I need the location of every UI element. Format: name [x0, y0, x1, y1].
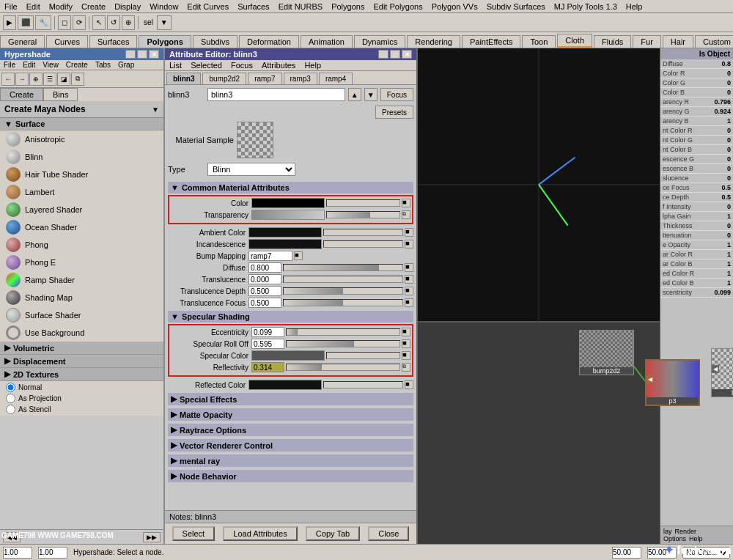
- raytrace-header[interactable]: ▶ Raytrace Options: [168, 424, 413, 436]
- hs-tab-bins[interactable]: Bins: [43, 88, 78, 101]
- node-surface-shader[interactable]: Surface Shader: [0, 306, 163, 324]
- attr-menu-focus[interactable]: Focus: [226, 60, 257, 70]
- hypershade-minimize[interactable]: _: [125, 50, 136, 59]
- diffuse-value[interactable]: [248, 262, 281, 273]
- tab-general[interactable]: General: [0, 35, 45, 48]
- hypershade-maximize[interactable]: □: [137, 50, 147, 59]
- tab-animation[interactable]: Animation: [301, 35, 353, 48]
- translucence-focus-slider[interactable]: [283, 299, 403, 306]
- node-bump2d2[interactable]: bump2d2: [579, 330, 634, 375]
- color-slider[interactable]: [326, 199, 400, 207]
- displacement-section-header[interactable]: ▶ Displacement: [0, 355, 163, 368]
- attr-menu-list[interactable]: List: [165, 60, 186, 70]
- create-collapse-icon[interactable]: ▼: [152, 106, 159, 114]
- translucence-conn-btn[interactable]: ◼: [405, 275, 413, 284]
- special-effects-header[interactable]: ▶ Special Effects: [168, 393, 413, 405]
- translucence-value[interactable]: [248, 274, 281, 284]
- reflectivity-slider[interactable]: [286, 364, 400, 371]
- menu-window[interactable]: Window: [145, 2, 183, 11]
- select-button[interactable]: Select: [172, 526, 216, 541]
- specular-shading-header[interactable]: ▼ Specular Shading: [168, 311, 413, 323]
- material-sample-preview[interactable]: [237, 122, 273, 158]
- bump-conn-btn[interactable]: ◼: [294, 251, 303, 260]
- menu-polygon-vvs[interactable]: Polygon VVs: [427, 2, 482, 11]
- viewport-dark-area[interactable]: [418, 48, 660, 321]
- node-list-scroll[interactable]: ▼ Surface Anisotropic Blinn Hair Tube Sh…: [0, 118, 163, 529]
- toolbar-btn-3[interactable]: 🔧: [35, 15, 51, 30]
- attr-tab-blinn3[interactable]: blinn3: [166, 73, 201, 84]
- tab-custom[interactable]: Custom: [695, 35, 733, 48]
- hs-tool-1[interactable]: ←: [1, 73, 15, 86]
- translucence-depth-slider[interactable]: [283, 287, 403, 295]
- tab-deformation[interactable]: Deformation: [239, 35, 299, 48]
- toolbar-lasso[interactable]: ⟳: [73, 15, 86, 30]
- surface-section-header[interactable]: ▼ Surface: [0, 118, 163, 130]
- common-material-header[interactable]: ▼ Common Material Attributes: [168, 182, 413, 194]
- menu-modify[interactable]: Modify: [45, 2, 77, 11]
- copy-tab-button[interactable]: Copy Tab: [306, 526, 360, 541]
- ambient-conn-btn[interactable]: ◼: [405, 228, 413, 237]
- menu-edit-curves[interactable]: Edit Curves: [183, 2, 233, 11]
- attr-menu-selected[interactable]: Selected: [186, 60, 226, 70]
- radio-projection[interactable]: [6, 394, 15, 403]
- type-select[interactable]: Blinn Phong Lambert: [207, 163, 295, 176]
- name-arrow-up-btn[interactable]: ▲: [348, 88, 361, 101]
- attr-maximize[interactable]: □: [390, 50, 400, 59]
- hs-tool-6[interactable]: ⧉: [71, 73, 84, 86]
- node-use-background[interactable]: Use Background: [0, 324, 163, 342]
- node-behavior-header[interactable]: ▶ Node Behavior: [168, 470, 413, 482]
- hs-menu-file[interactable]: File: [0, 60, 19, 70]
- diffuse-conn-btn[interactable]: ◼: [405, 263, 413, 272]
- toolbar-rotate[interactable]: ↺: [107, 15, 120, 30]
- transparency-swatch[interactable]: [251, 210, 325, 220]
- tab-subdivs[interactable]: Subdivs: [193, 35, 237, 48]
- render-help[interactable]: Help: [689, 535, 703, 542]
- attr-tab-ramp3[interactable]: ramp3: [284, 73, 317, 84]
- incandescence-slider[interactable]: [323, 240, 403, 248]
- tab-painteffects[interactable]: PaintEffects: [462, 35, 521, 48]
- tab-cloth[interactable]: Cloth: [557, 34, 592, 48]
- status-coord2[interactable]: [38, 547, 67, 559]
- node-ramp-shader[interactable]: Ramp Shader: [0, 271, 163, 289]
- hs-tool-2[interactable]: →: [15, 73, 29, 86]
- specular-roll-off-slider[interactable]: [286, 340, 400, 347]
- attr-minimize[interactable]: _: [378, 50, 388, 59]
- node-layered-shader[interactable]: Layered Shader: [0, 201, 163, 218]
- specular-color-conn-btn[interactable]: ◼: [402, 351, 410, 360]
- mental-ray-header[interactable]: ▶ mental ray: [168, 454, 413, 467]
- name-arrow-down-btn[interactable]: ▼: [364, 88, 377, 101]
- hs-menu-view[interactable]: View: [39, 60, 62, 70]
- attr-menu-attributes[interactable]: Attributes: [257, 60, 300, 70]
- ambient-slider[interactable]: [323, 229, 403, 236]
- tab-fluids[interactable]: Fluids: [594, 35, 631, 48]
- menu-mj-poly-tools[interactable]: MJ Poly Tools 1.3: [550, 2, 622, 11]
- node-ocean-shader[interactable]: Ocean Shader: [0, 218, 163, 236]
- attr-menu-help[interactable]: Help: [300, 60, 325, 70]
- node-anisotropic[interactable]: Anisotropic: [0, 130, 163, 148]
- blinn3-port-left[interactable]: ◀: [712, 365, 719, 373]
- menu-help[interactable]: Help: [622, 2, 647, 11]
- status-coord1[interactable]: [3, 547, 32, 559]
- toolbar-select[interactable]: ◻: [58, 15, 71, 30]
- toolbar-scale[interactable]: ⊕: [122, 15, 135, 30]
- hs-menu-tabs[interactable]: Tabs: [92, 60, 114, 70]
- node-blinn[interactable]: Blinn: [0, 148, 163, 166]
- hs-tool-3[interactable]: ⊕: [29, 73, 43, 86]
- radio-normal[interactable]: [6, 383, 15, 392]
- specular-color-slider[interactable]: [326, 352, 400, 359]
- hs-menu-create[interactable]: Create: [62, 60, 92, 70]
- ramp7-port-left[interactable]: ◀: [647, 375, 654, 383]
- node-ramp7[interactable]: p3 ◀: [645, 359, 700, 406]
- tab-polygons[interactable]: Polygons: [139, 35, 191, 48]
- node-phong[interactable]: Phong: [0, 236, 163, 254]
- node-hair-tube[interactable]: Hair Tube Shader: [0, 166, 163, 183]
- status-coord3[interactable]: [612, 547, 641, 559]
- toolbar-sel-dropdown[interactable]: ▼: [157, 15, 172, 30]
- hs-menu-graph[interactable]: Grap: [114, 60, 138, 70]
- matte-opacity-header[interactable]: ▶ Matte Opacity: [168, 408, 413, 421]
- translucence-depth-value[interactable]: [248, 286, 281, 296]
- diffuse-slider[interactable]: [283, 264, 403, 271]
- tab-fur[interactable]: Fur: [633, 35, 661, 48]
- eccentricity-slider[interactable]: [286, 328, 400, 336]
- eccentricity-conn-btn[interactable]: ◼: [402, 328, 410, 336]
